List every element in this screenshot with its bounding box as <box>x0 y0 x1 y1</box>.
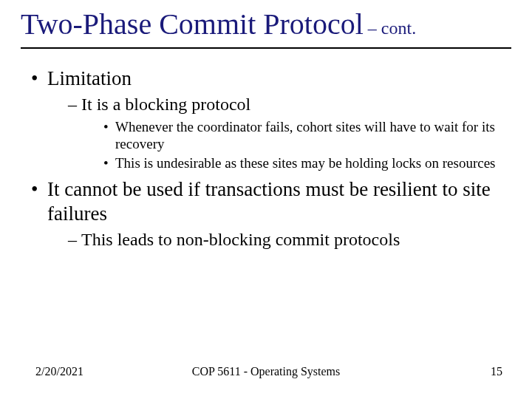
slide-footer: 2/20/2021 COP 5611 - Operating Systems 1… <box>0 365 532 378</box>
title-underline <box>21 47 511 49</box>
subsubbullet-undesirable-locks: This is undesirable as these sites may b… <box>103 154 511 171</box>
bullet-limitation: Limitation It is a blocking protocol Whe… <box>31 66 511 171</box>
footer-course: COP 5611 - Operating Systems <box>192 365 341 378</box>
subbullet-nonblocking: This leads to non-blocking commit protoc… <box>68 229 511 250</box>
slide: Two-Phase Commit Protocol – cont. Limita… <box>0 0 532 399</box>
bullet-text: Limitation <box>47 67 132 89</box>
slide-title: Two-Phase Commit Protocol <box>21 9 364 40</box>
bullet-text: It is a blocking protocol <box>81 95 250 114</box>
slide-title-suffix: – cont. <box>368 18 416 38</box>
footer-date: 2/20/2021 <box>35 365 83 378</box>
subbullet-blocking: It is a blocking protocol Whenever the c… <box>68 94 511 171</box>
bullet-text: This is undesirable as these sites may b… <box>115 155 495 171</box>
bullet-text: It cannot be used if transactions must b… <box>47 178 491 225</box>
subsubbullet-coordinator-fails: Whenever the coordinator fails, cohort s… <box>103 118 511 152</box>
bullet-text: This leads to non-blocking commit protoc… <box>81 230 400 249</box>
title-row: Two-Phase Commit Protocol – cont. <box>21 9 511 44</box>
footer-page-number: 15 <box>491 365 502 378</box>
bullet-cannot-be-used: It cannot be used if transactions must b… <box>31 177 511 250</box>
slide-body: Limitation It is a blocking protocol Whe… <box>21 66 511 250</box>
bullet-text: Whenever the coordinator fails, cohort s… <box>115 119 495 151</box>
